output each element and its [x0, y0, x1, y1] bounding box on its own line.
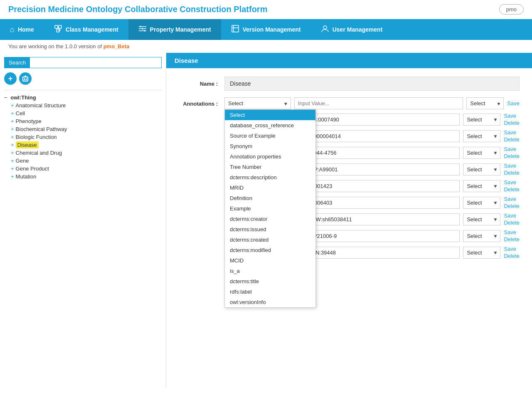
annotation-value-input[interactable] — [294, 163, 460, 175]
save-link[interactable]: Save — [507, 100, 520, 106]
dropdown-item[interactable]: database_cross_reference — [225, 120, 315, 131]
tree-node-label[interactable]: Gene Product — [16, 166, 49, 172]
expand-icon[interactable]: + — [11, 126, 14, 132]
svg-rect-17 — [23, 77, 28, 81]
lang-select-button[interactable]: Select▼ — [463, 180, 500, 192]
lang-select-button[interactable]: Select▼ — [463, 147, 500, 159]
delete-link[interactable]: Delete — [504, 170, 520, 176]
annotation-value-input[interactable] — [294, 97, 463, 109]
version-text: You are working on the 1.0.0 version of — [8, 43, 103, 49]
save-link[interactable]: Save — [504, 129, 520, 136]
dropdown-item[interactable]: dcterms:issued — [225, 224, 315, 235]
lang-select-button[interactable]: Select▼ — [463, 163, 500, 175]
lang-select-button[interactable]: Select▼ — [463, 114, 500, 126]
annotation-value-input[interactable] — [294, 197, 460, 209]
collapse-icon: − — [4, 94, 7, 101]
lang-select-button[interactable]: Select▼ — [466, 97, 504, 109]
save-link[interactable]: Save — [504, 246, 520, 252]
dropdown-item[interactable]: is_a — [225, 266, 315, 276]
lang-select-button[interactable]: Select▼ — [463, 213, 500, 225]
expand-icon[interactable]: + — [11, 134, 14, 140]
dropdown-item[interactable]: dcterms:modified — [225, 245, 315, 255]
dropdown-item[interactable]: Synonym — [225, 141, 315, 151]
add-button[interactable]: + — [4, 72, 17, 85]
lang-select-text: Select — [467, 116, 482, 123]
expand-icon[interactable]: + — [11, 166, 14, 172]
tree-node-label[interactable]: Mutation — [16, 173, 37, 180]
nav-version[interactable]: Version Management — [221, 19, 311, 40]
expand-icon[interactable]: + — [11, 158, 14, 164]
expand-icon[interactable]: + — [11, 142, 14, 148]
delete-link[interactable]: Delete — [504, 236, 520, 242]
delete-link[interactable]: Delete — [504, 153, 520, 159]
dropdown-item[interactable]: MCID — [225, 255, 315, 266]
annotation-value-input[interactable] — [294, 230, 460, 242]
delete-button[interactable] — [19, 72, 32, 85]
lang-select-wrapper: Select▼ — [463, 247, 500, 259]
save-link[interactable]: Save — [504, 113, 520, 119]
expand-icon[interactable]: + — [11, 118, 14, 124]
search-input[interactable] — [30, 57, 161, 68]
nav-property-label: Property Management — [150, 26, 211, 33]
save-link[interactable]: Save — [504, 163, 520, 169]
annotation-value-input[interactable] — [294, 130, 460, 142]
dropdown-item[interactable]: rdfs:label — [225, 287, 315, 297]
tree-node-label[interactable]: Biochemical Pathway — [16, 126, 67, 132]
nav-user[interactable]: User Management — [311, 19, 393, 40]
dropdown-item[interactable]: Example — [225, 203, 315, 214]
lang-select-button[interactable]: Select▼ — [463, 230, 500, 242]
tree-node-label[interactable]: Anatomical Structure — [16, 102, 66, 109]
nav-class[interactable]: Class Management — [44, 19, 128, 40]
nav-home[interactable]: ⌂ Home — [0, 19, 44, 40]
save-link[interactable]: Save — [504, 229, 520, 235]
expand-icon[interactable]: + — [11, 173, 14, 180]
tree-root-label[interactable]: owl:Thing — [10, 94, 36, 101]
expand-icon[interactable]: + — [11, 110, 14, 116]
tree-node-label[interactable]: Chemical and Drug — [16, 150, 62, 156]
annotation-value-input[interactable] — [294, 180, 460, 192]
delete-link[interactable]: Delete — [504, 203, 520, 209]
dropdown-item[interactable]: Select — [225, 110, 315, 120]
lang-select-button[interactable]: Select▼ — [463, 247, 500, 259]
delete-link[interactable]: Delete — [504, 120, 520, 126]
tree-node-label[interactable]: Phenotype — [16, 118, 42, 124]
name-input[interactable] — [224, 77, 520, 91]
delete-link[interactable]: Delete — [504, 253, 520, 259]
delete-link[interactable]: Delete — [504, 136, 520, 143]
tree-node-label[interactable]: Cell — [16, 110, 25, 116]
annotation-value-input[interactable] — [294, 247, 460, 259]
annotation-value-input[interactable] — [294, 213, 460, 225]
annotation-value-input[interactable] — [294, 114, 460, 126]
tree-node-label[interactable]: Disease — [16, 141, 39, 148]
delete-link[interactable]: Delete — [504, 220, 520, 226]
save-link[interactable]: Save — [504, 146, 520, 152]
save-delete-group: SaveDelete — [504, 196, 520, 209]
annotation-select-button[interactable]: Select▼ — [224, 97, 291, 109]
save-link[interactable]: Save — [504, 179, 520, 185]
nav-property[interactable]: Property Management — [128, 19, 221, 40]
dropdown-item[interactable]: dcterms:created — [225, 235, 315, 245]
save-link[interactable]: Save — [504, 196, 520, 202]
expand-icon[interactable]: + — [11, 150, 14, 156]
expand-icon[interactable]: + — [11, 102, 14, 109]
dropdown-item[interactable]: Tree Number — [225, 162, 315, 172]
dropdown-item[interactable]: dcterms:creator — [225, 214, 315, 224]
dropdown-item[interactable]: MRID — [225, 183, 315, 193]
dropdown-item[interactable]: owl:versionInfo — [225, 297, 315, 307]
dropdown-item[interactable]: Definition — [225, 193, 315, 203]
lang-select-button[interactable]: Select▼ — [463, 197, 500, 209]
annotation-value-input[interactable] — [294, 147, 460, 159]
version-link[interactable]: pmo_Beta — [103, 43, 130, 49]
dropdown-item[interactable]: Annotation properties — [225, 151, 315, 162]
dropdown-item[interactable]: dcterms:description — [225, 172, 315, 183]
annotation-select-wrapper: Select▼ — [224, 97, 291, 109]
save-link[interactable]: Save — [504, 213, 520, 219]
lang-select-button[interactable]: Select▼ — [463, 130, 500, 142]
dropdown-item[interactable]: dcterms:title — [225, 276, 315, 287]
dropdown-item[interactable]: Source of Example — [225, 131, 315, 141]
delete-link[interactable]: Delete — [504, 186, 520, 193]
user-badge[interactable]: pmo — [499, 4, 524, 15]
dropdown-menu[interactable]: Selectdatabase_cross_referenceSource of … — [224, 109, 316, 308]
tree-node-label[interactable]: Gene — [16, 158, 29, 164]
tree-node-label[interactable]: Biologic Function — [16, 134, 57, 140]
